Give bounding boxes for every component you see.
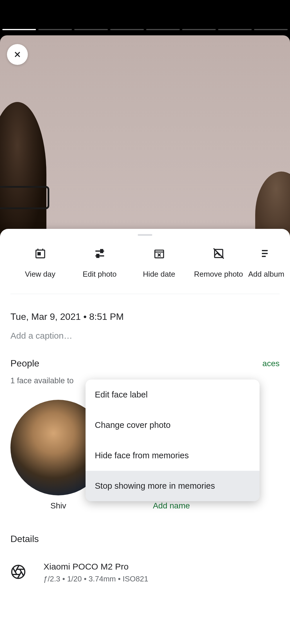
camera-meta: ƒ/2.3 • 1/20 • 3.74mm • ISO821 xyxy=(44,574,280,583)
progress-segment xyxy=(146,29,180,30)
person-name: Shiv xyxy=(50,501,66,510)
photo-person-left xyxy=(0,102,46,236)
action-label: Add album xyxy=(248,269,284,279)
photo-background[interactable] xyxy=(0,35,290,236)
menu-stop-showing[interactable]: Stop showing more in memories xyxy=(86,471,260,501)
action-label: View day xyxy=(25,269,55,279)
person-context-menu: Edit face label Change cover photo Hide … xyxy=(86,380,260,501)
sliders-icon xyxy=(94,248,106,259)
progress-segment xyxy=(38,29,72,30)
hide-date-button[interactable]: Hide date xyxy=(129,247,189,279)
add-name-button[interactable]: Add name xyxy=(153,501,190,510)
menu-change-cover-photo[interactable]: Change cover photo xyxy=(86,410,260,440)
close-button[interactable] xyxy=(7,44,28,65)
action-label: Remove photo xyxy=(194,269,243,279)
aperture-icon xyxy=(10,564,26,580)
svg-rect-10 xyxy=(97,254,99,257)
menu-hide-face[interactable]: Hide face from memories xyxy=(86,440,260,471)
view-day-button[interactable]: View day xyxy=(10,247,70,279)
close-icon xyxy=(13,50,22,59)
progress-segment xyxy=(74,29,108,30)
story-progress xyxy=(0,29,290,31)
svg-rect-9 xyxy=(101,250,103,253)
camera-model: Xiaomi POCO M2 Pro xyxy=(44,562,280,572)
calendar-x-icon xyxy=(153,248,165,259)
action-label: Edit photo xyxy=(83,269,117,279)
people-heading: People xyxy=(10,358,39,369)
details-heading: Details xyxy=(10,534,280,544)
photo-date[interactable]: Tue, Mar 9, 2021 • 8:51 PM xyxy=(10,311,280,322)
remove-photo-button[interactable]: Remove photo xyxy=(189,247,248,279)
action-label: Hide date xyxy=(143,269,175,279)
edit-photo-button[interactable]: Edit photo xyxy=(70,247,129,279)
details-section: Details Xiaomi POCO M2 Pro ƒ/2.3 • 1/20 … xyxy=(0,510,290,583)
calendar-day-icon xyxy=(35,248,46,259)
progress-segment xyxy=(2,29,36,30)
faces-link[interactable]: aces xyxy=(262,359,280,368)
camera-detail-row: Xiaomi POCO M2 Pro ƒ/2.3 • 1/20 • 3.74mm… xyxy=(10,562,280,583)
action-row: View day Edit photo Hide date Remove pho… xyxy=(10,236,280,294)
status-bar xyxy=(0,0,290,29)
svg-rect-3 xyxy=(38,253,40,255)
date-section: Tue, Mar 9, 2021 • 8:51 PM Add a caption… xyxy=(0,294,290,341)
menu-edit-face-label[interactable]: Edit face label xyxy=(86,380,260,410)
progress-segment xyxy=(110,29,144,30)
add-album-button[interactable]: Add album xyxy=(248,247,284,279)
image-off-icon xyxy=(213,247,225,260)
progress-segment xyxy=(254,29,288,30)
progress-segment xyxy=(218,29,252,30)
progress-segment xyxy=(182,29,216,30)
photo-glasses xyxy=(0,186,49,209)
playlist-add-icon xyxy=(260,248,272,259)
svg-rect-11 xyxy=(155,250,164,258)
caption-input[interactable]: Add a caption… xyxy=(10,331,280,341)
photo-person-right xyxy=(255,172,290,236)
